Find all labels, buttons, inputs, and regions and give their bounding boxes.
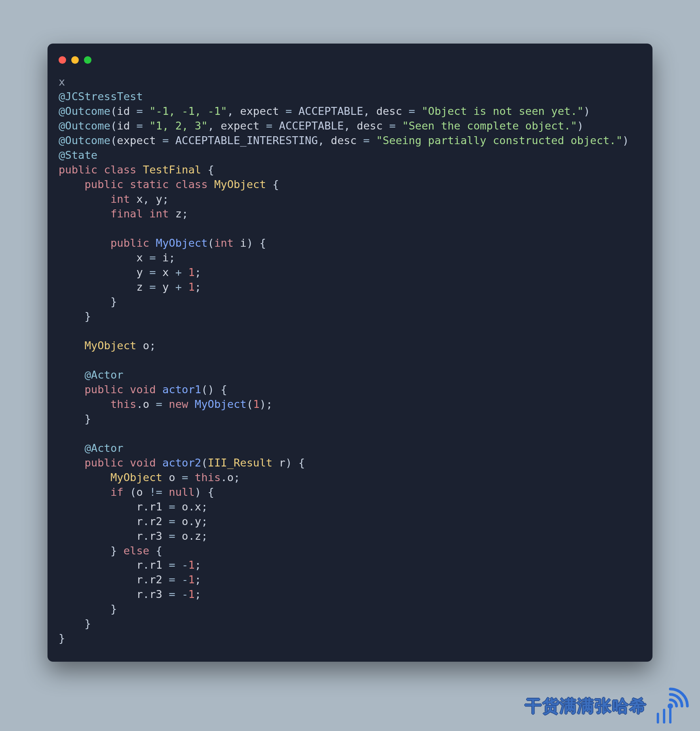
line-13: x = i; [59,251,175,264]
line-19: MyObject o; [59,339,156,352]
line-26: @Actor [59,442,124,454]
line-38: } [59,617,91,630]
close-icon[interactable] [59,56,66,64]
line-29: if (o != null) { [59,486,214,498]
line-3: @Outcome(id = "-1, -1, -1", expect = ACC… [59,105,590,117]
line-33: } else { [59,544,162,557]
line-7: public class TestFinal { [59,164,214,176]
line-4: @Outcome(id = "1, 2, 3", expect = ACCEPT… [59,120,584,132]
line-27: public void actor2(III_Result r) { [59,457,305,469]
line-9: int x, y; [59,193,169,205]
line-36: r.r3 = -1; [59,588,201,600]
line-37: } [59,603,117,615]
line-8: public static class MyObject { [59,178,279,190]
line-1: x [59,76,65,88]
watermark: 干货满满张哈希 [525,687,690,725]
line-23: this.o = new MyObject(1); [59,398,272,410]
line-10: final int z; [59,207,188,220]
code-window: x @JCStressTest @Outcome(id = "-1, -1, -… [48,44,652,662]
watermark-logo-icon [651,687,690,725]
line-17: } [59,310,91,322]
watermark-text: 干货满满张哈希 [525,695,647,717]
line-5: @Outcome(expect = ACCEPTABLE_INTERESTING… [59,134,629,147]
line-12: public MyObject(int i) { [59,237,266,249]
line-32: r.r3 = o.z; [59,530,208,542]
line-22: public void actor1() { [59,383,227,396]
line-34: r.r1 = -1; [59,559,201,571]
line-30: r.r1 = o.x; [59,501,208,513]
line-21: @Actor [59,369,124,381]
line-24: } [59,413,91,425]
line-16: } [59,295,117,308]
svg-point-3 [668,703,673,709]
line-39: } [59,632,65,644]
maximize-icon[interactable] [84,56,91,64]
line-14: y = x + 1; [59,266,201,278]
line-31: r.r2 = o.y; [59,515,208,527]
line-35: r.r2 = -1; [59,573,201,586]
line-6: @State [59,149,97,161]
code-block: x @JCStressTest @Outcome(id = "-1, -1, -… [55,75,645,646]
minimize-icon[interactable] [71,56,79,64]
line-15: z = y + 1; [59,281,201,293]
line-2: @JCStressTest [59,90,143,103]
line-28: MyObject o = this.o; [59,471,240,484]
window-controls [55,56,645,75]
